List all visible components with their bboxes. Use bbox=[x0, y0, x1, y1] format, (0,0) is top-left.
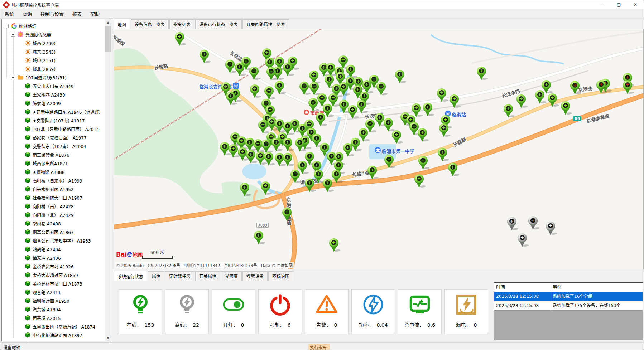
tree-item-1-21[interactable]: 金桥农贸市场 A1926 bbox=[2, 262, 105, 271]
map-canvas[interactable]: 长盛路长白路长盛路长安中路长安东路长盛路长盛中路港澳高速京港澳高速京港线京港线京… bbox=[114, 29, 644, 269]
device-pin-offline[interactable]: + bbox=[518, 233, 528, 248]
tree-item-1-17[interactable]: 烟草公司对面 A1867 bbox=[2, 228, 105, 236]
device-pin-online[interactable]: + bbox=[418, 156, 428, 170]
tree-item-1-15[interactable]: 向阳桥（北） A2429 bbox=[2, 210, 105, 219]
device-pin-online[interactable]: + bbox=[275, 81, 285, 95]
device-pin-online[interactable]: + bbox=[240, 183, 250, 197]
device-pin-offline[interactable]: + bbox=[507, 217, 517, 231]
device-pin-online[interactable]: + bbox=[535, 90, 545, 104]
menu-item-0[interactable]: 系统 bbox=[0, 9, 18, 19]
menu-item-3[interactable]: 报表 bbox=[68, 9, 86, 19]
device-pin-online[interactable]: + bbox=[516, 94, 527, 109]
tree-item-1-26[interactable]: 汽贸城 A1894 bbox=[2, 305, 105, 313]
tree-expander[interactable] bbox=[11, 33, 15, 37]
device-pin-offline[interactable]: + bbox=[528, 216, 538, 230]
tree-item-1-28[interactable]: 五里派出所（富源汽配） A1874 bbox=[2, 322, 105, 331]
device-pin-online[interactable]: + bbox=[229, 144, 239, 159]
device-pin-online[interactable]: + bbox=[418, 128, 428, 142]
tree-item-1-27[interactable]: 芭茅塘 A2015 bbox=[2, 313, 105, 322]
minimize-button[interactable]: — bbox=[594, 0, 611, 9]
tree-item-1-29[interactable]: 中石化加油站对面 A1897 bbox=[2, 331, 105, 339]
tree-item-0-3[interactable]: 城北(2859) bbox=[2, 64, 105, 73]
device-pin-online[interactable]: + bbox=[266, 67, 277, 81]
device-pin-online[interactable]: + bbox=[343, 143, 353, 157]
device-pin-online[interactable]: + bbox=[357, 100, 367, 114]
device-pin-online[interactable]: + bbox=[225, 60, 235, 74]
device-pin-online[interactable]: + bbox=[175, 32, 185, 47]
tree-item-1-14[interactable]: 向阳桥（南） A2428 bbox=[2, 202, 105, 210]
tree-item-1-7[interactable]: 交警队东（107南） A2004 bbox=[2, 142, 105, 150]
event-row[interactable]: 2025/3/28 12:15:08系统加载了175个设备，在线153个 bbox=[494, 301, 643, 311]
tree-item-1-10[interactable]: ★博物馆 A1888 bbox=[2, 167, 105, 176]
tree-item-1-4[interactable]: ★交警队西(107南) A1917 bbox=[2, 116, 105, 125]
device-pin-online[interactable]: + bbox=[548, 93, 558, 108]
scroll-thumb[interactable] bbox=[105, 26, 111, 52]
tree-item-1-0[interactable]: 五尖山大门东 A1949 bbox=[2, 82, 105, 90]
device-pin-online[interactable]: + bbox=[264, 86, 274, 101]
device-pin-online[interactable]: + bbox=[332, 170, 342, 184]
device-pin-online[interactable]: + bbox=[384, 155, 394, 169]
tree-item-1-16[interactable]: 梨树巷 A2408 bbox=[2, 219, 105, 228]
maximize-button[interactable]: ▢ bbox=[611, 0, 627, 9]
tree-item-1-22[interactable]: 金桥大市场对面 A1869 bbox=[2, 271, 105, 279]
tree-item-1-3[interactable]: ★建新中路路口东 A1946（辅道灯） bbox=[2, 107, 105, 116]
panel-tab-2[interactable]: 定时器任务 bbox=[165, 271, 194, 281]
device-pin-online[interactable]: + bbox=[235, 63, 245, 77]
device-pin-alarm[interactable]: + bbox=[570, 81, 580, 95]
device-pin-online[interactable]: + bbox=[271, 138, 282, 152]
device-pin-online[interactable]: + bbox=[561, 101, 571, 116]
device-pin-online[interactable]: + bbox=[392, 130, 402, 145]
device-pin-online[interactable]: + bbox=[316, 113, 326, 127]
device-pin-online[interactable]: + bbox=[254, 231, 264, 245]
tree-item-1-20[interactable]: 谭家冲 A2406 bbox=[2, 253, 105, 262]
tree-group-0[interactable]: 光照度传感器 bbox=[2, 30, 105, 39]
tree-item-1-23[interactable]: 金桥建材市场门口 A1873 bbox=[2, 279, 105, 288]
device-pin-online[interactable]: + bbox=[439, 123, 449, 138]
device-pin-online[interactable]: + bbox=[282, 208, 292, 222]
device-pin-online[interactable]: + bbox=[249, 67, 259, 81]
event-row[interactable]: 2025/3/28 12:15:08系统加载了16个分组 bbox=[494, 292, 643, 301]
tree-item-1-18[interactable]: 烟草公司（求知中学） A1933 bbox=[2, 236, 105, 245]
device-pin-online[interactable]: + bbox=[299, 82, 309, 96]
device-pin-alarm[interactable]: + bbox=[623, 81, 633, 95]
device-pin-online[interactable]: + bbox=[376, 82, 386, 96]
map-tab-0[interactable]: 地图 bbox=[114, 19, 130, 29]
device-pin-online[interactable]: + bbox=[246, 150, 256, 164]
device-pin-online[interactable]: + bbox=[437, 88, 447, 103]
tree-item-1-24[interactable]: 观音路 A2411 bbox=[2, 288, 105, 296]
title-bar[interactable]: 城市照明监控系统客户端 — ▢ ✕ bbox=[0, 0, 644, 9]
tree-item-1-13[interactable]: 社会福利院大门口 A1907 bbox=[2, 193, 105, 202]
panel-tab-5[interactable]: 搜索设备 bbox=[242, 271, 268, 281]
device-pin-online[interactable]: + bbox=[261, 181, 271, 196]
device-pin-online[interactable]: + bbox=[450, 94, 460, 109]
tree-item-1-19[interactable]: 鸿鹤路 A2404 bbox=[2, 245, 105, 253]
tree-expander[interactable] bbox=[11, 76, 15, 79]
device-pin-online[interactable]: + bbox=[283, 63, 293, 77]
device-pin-online[interactable]: + bbox=[395, 70, 405, 84]
device-pin-online[interactable]: + bbox=[200, 50, 210, 64]
device-pin-online[interactable]: + bbox=[348, 105, 358, 120]
device-pin-online[interactable]: + bbox=[264, 152, 274, 166]
scroll-up-arrow[interactable]: ▲ bbox=[105, 19, 111, 25]
device-pin-online[interactable]: + bbox=[290, 170, 301, 184]
map-tab-1[interactable]: 设备信息一览表 bbox=[131, 19, 169, 29]
panel-tab-0[interactable]: 系统运行状态 bbox=[114, 271, 147, 281]
device-pin-online[interactable]: + bbox=[283, 138, 293, 152]
tree-item-1-5[interactable]: 107北（建新中路路口西） A2014 bbox=[2, 125, 105, 133]
tree-item-1-6[interactable]: 彭家巷（党校后面） A1977 bbox=[2, 133, 105, 142]
tree-group-1[interactable]: 107国道沿线(31/31) bbox=[2, 73, 105, 82]
tree-item-1-8[interactable]: 南正街转盘 A1876 bbox=[2, 150, 105, 159]
map-tab-2[interactable]: 指令列表 bbox=[169, 19, 194, 29]
tree-expander[interactable] bbox=[5, 24, 9, 28]
device-pin-online[interactable]: + bbox=[314, 170, 324, 184]
device-pin-online[interactable]: + bbox=[414, 174, 424, 189]
panel-tab-4[interactable]: 光照度 bbox=[221, 271, 242, 281]
device-pin-online[interactable]: + bbox=[329, 238, 339, 253]
device-pin-online[interactable]: + bbox=[226, 92, 236, 106]
device-pin-online[interactable]: + bbox=[477, 67, 487, 81]
device-pin-online[interactable]: + bbox=[323, 179, 333, 193]
tree-item-1-12[interactable]: 自来水斜对面 A1952 bbox=[2, 185, 105, 193]
scroll-down-arrow[interactable]: ▼ bbox=[105, 335, 111, 341]
device-pin-online[interactable]: + bbox=[250, 84, 260, 99]
panel-tab-3[interactable]: 开关属性 bbox=[195, 271, 220, 281]
